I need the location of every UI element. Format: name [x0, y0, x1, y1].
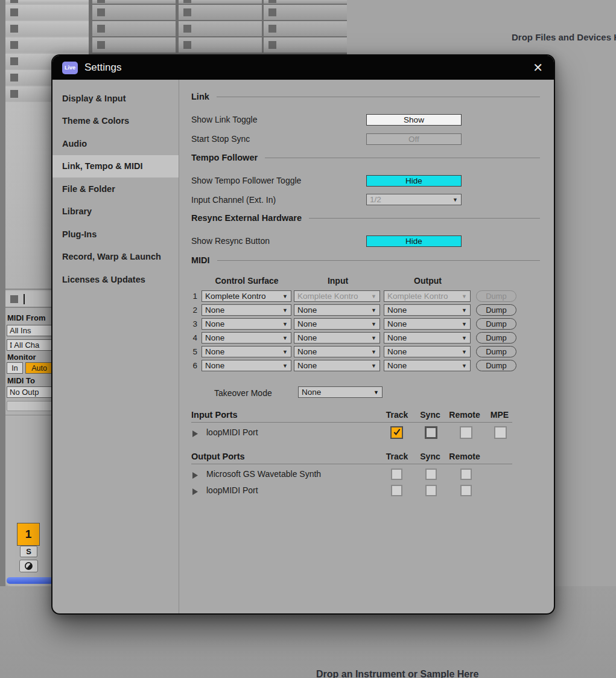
clip-stop-button[interactable]: [10, 90, 18, 98]
dialog-titlebar[interactable]: Live Settings ✕: [52, 56, 554, 80]
clip-stop-button[interactable]: [97, 0, 105, 3]
dump-button-3[interactable]: Dump: [476, 318, 516, 330]
clip-stop-button[interactable]: [268, 8, 276, 16]
start-stop-sync-button[interactable]: Off: [366, 133, 462, 145]
clip-slot[interactable]: [5, 5, 89, 20]
clip-slot[interactable]: [92, 37, 176, 53]
sidebar-item-record-warp-launch[interactable]: Record, Warp & Launch: [52, 246, 179, 269]
control-surface-select-5[interactable]: None▼: [202, 346, 291, 357]
dump-button-1[interactable]: Dump: [476, 290, 516, 302]
clip-slot[interactable]: [264, 21, 347, 36]
midi-input-select-3[interactable]: None▼: [294, 318, 380, 330]
input-channel-label: Input Channel (Ext. In): [191, 195, 276, 205]
checkbox-sync-loopmidi-port[interactable]: [425, 485, 437, 496]
show-link-toggle-button[interactable]: Show: [366, 114, 462, 126]
expand-triangle-icon[interactable]: [192, 429, 198, 439]
clip-slot[interactable]: [264, 5, 347, 20]
close-icon[interactable]: ✕: [533, 62, 543, 74]
track-activator-button[interactable]: 1: [17, 523, 40, 546]
clip-stop-button[interactable]: [10, 295, 18, 303]
control-surface-select-3[interactable]: None▼: [202, 318, 291, 330]
clip-slot[interactable]: [264, 0, 347, 4]
clip-stop-button[interactable]: [10, 8, 18, 16]
clip-stop-button[interactable]: [183, 8, 191, 16]
clip-stop-button[interactable]: [183, 0, 191, 3]
clip-stop-button[interactable]: [268, 41, 276, 49]
midi-output-select-5[interactable]: None▼: [384, 346, 471, 357]
midi-input-select-1[interactable]: Komplete Kontro▼: [294, 290, 380, 302]
clip-stop-button[interactable]: [10, 41, 18, 49]
midi-output-select-2[interactable]: None▼: [384, 304, 471, 316]
clip-slot[interactable]: [179, 5, 262, 20]
sidebar-item-library[interactable]: Library: [52, 200, 179, 223]
clip-slot[interactable]: [5, 37, 89, 53]
midi-input-select-5[interactable]: None▼: [294, 346, 380, 357]
checkbox-remote-loopmidi-port[interactable]: [460, 426, 472, 439]
sidebar-item-licenses-updates[interactable]: Licenses & Updates: [52, 268, 179, 291]
clip-slot[interactable]: [264, 37, 347, 53]
clip-stop-button[interactable]: [97, 25, 105, 33]
checkbox-sync-loopmidi-port[interactable]: [425, 426, 437, 439]
checkbox-remote-loopmidi-port[interactable]: [460, 485, 472, 496]
clip-slot[interactable]: [92, 5, 176, 20]
clip-slot[interactable]: [179, 0, 262, 4]
clip-stop-button[interactable]: [10, 74, 18, 82]
midi-output-select-1[interactable]: Komplete Kontro▼: [384, 290, 471, 302]
midi-input-select-4[interactable]: None▼: [294, 332, 380, 344]
checkbox-track-loopmidi-port[interactable]: [390, 426, 403, 439]
show-resync-button[interactable]: Hide: [366, 235, 462, 247]
takeover-mode-select[interactable]: None ▼: [298, 386, 383, 398]
port-column-sync: Sync: [420, 452, 440, 461]
clip-slot[interactable]: [179, 37, 262, 53]
show-tempo-follower-button[interactable]: Hide: [366, 175, 462, 187]
chevron-down-icon: ▼: [462, 335, 467, 341]
dump-button-6[interactable]: Dump: [476, 360, 516, 371]
expand-triangle-icon[interactable]: [192, 487, 198, 497]
dump-button-2[interactable]: Dump: [476, 304, 516, 316]
clip-slot[interactable]: [92, 21, 176, 36]
midi-input-select-2[interactable]: None▼: [294, 304, 380, 316]
checkbox-track-microsoft-gs-wavetable-synth[interactable]: [391, 469, 402, 480]
control-surface-select-1[interactable]: Komplete Kontro▼: [202, 290, 291, 302]
midi-output-select-4[interactable]: None▼: [384, 332, 471, 344]
monitor-auto-button[interactable]: Auto: [25, 362, 53, 374]
checkbox-track-loopmidi-port[interactable]: [391, 485, 402, 496]
clip-stop-button[interactable]: [183, 41, 191, 49]
checkbox-remote-microsoft-gs-wavetable-synth[interactable]: [460, 469, 472, 480]
dump-button-4[interactable]: Dump: [476, 332, 516, 344]
expand-triangle-icon[interactable]: [192, 471, 198, 481]
midi-row-1: 1Komplete Kontro▼Komplete Kontro▼Komplet…: [179, 290, 554, 302]
sidebar-item-theme-colors[interactable]: Theme & Colors: [52, 110, 179, 133]
sidebar-item-file-folder[interactable]: File & Folder: [52, 177, 179, 200]
clip-stop-button[interactable]: [268, 0, 276, 3]
sidebar-item-plug-ins[interactable]: Plug-Ins: [52, 223, 179, 246]
checkbox-mpe-loopmidi-port[interactable]: [494, 426, 507, 439]
input-channel-select[interactable]: 1/2 ▼: [366, 194, 462, 205]
control-surface-select-2[interactable]: None▼: [202, 304, 291, 316]
midi-output-select-6[interactable]: None▼: [384, 360, 471, 371]
clip-slot[interactable]: [5, 0, 89, 4]
solo-button[interactable]: S: [20, 546, 37, 557]
clip-slot[interactable]: [5, 21, 89, 36]
clip-slot[interactable]: [179, 21, 262, 36]
arm-button[interactable]: [19, 560, 38, 572]
midi-input-select-6[interactable]: None▼: [294, 360, 380, 371]
clip-stop-button[interactable]: [183, 25, 191, 33]
control-surface-select-6[interactable]: None▼: [202, 360, 291, 371]
clip-slot[interactable]: [92, 0, 176, 4]
midi-output-select-3[interactable]: None▼: [384, 318, 471, 330]
control-surface-select-4[interactable]: None▼: [202, 332, 291, 344]
sidebar-item-audio[interactable]: Audio: [52, 132, 179, 155]
clip-stop-button[interactable]: [97, 8, 105, 16]
sidebar-item-display-input[interactable]: Display & Input: [52, 87, 179, 110]
clip-stop-button[interactable]: [10, 25, 18, 33]
clip-stop-button[interactable]: [97, 41, 105, 49]
clip-stop-button[interactable]: [268, 25, 276, 33]
monitor-in-button[interactable]: In: [7, 362, 23, 374]
checkbox-sync-microsoft-gs-wavetable-synth[interactable]: [425, 469, 437, 480]
sidebar-item-link-tempo-midi[interactable]: Link, Tempo & MIDI: [52, 155, 179, 178]
dump-button-5[interactable]: Dump: [476, 346, 516, 357]
midi-output-select-1-value: Komplete Kontro: [387, 292, 460, 301]
clip-stop-button[interactable]: [10, 57, 18, 65]
clip-stop-button[interactable]: [10, 0, 18, 3]
